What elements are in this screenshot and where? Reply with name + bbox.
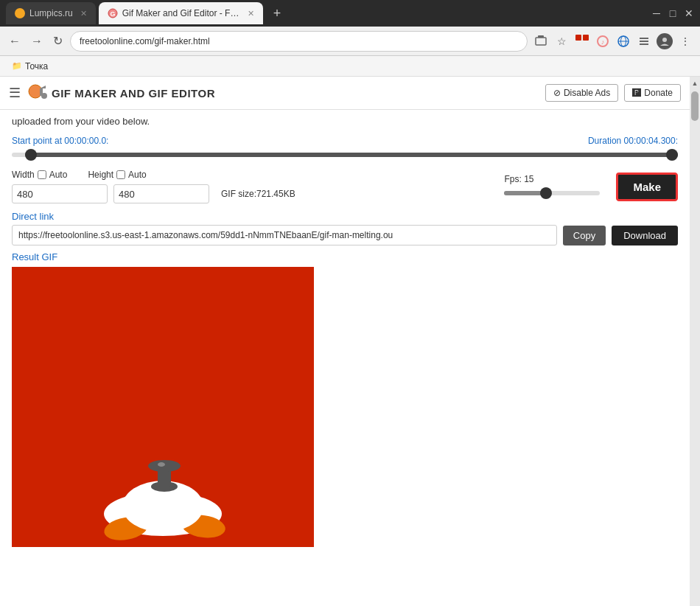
svg-rect-5: [583, 35, 589, 41]
title-bar: Lumpics.ru ✕ G Gif Maker and Gif Editor …: [0, 0, 700, 27]
fps-label: Fps: 15: [504, 174, 607, 184]
nav-bar: ← → ↻ ☆ ♪ ⋮: [0, 27, 700, 56]
tab-gifmaker[interactable]: G Gif Maker and Gif Editor - Free T... ✕: [99, 2, 263, 24]
width-input[interactable]: [12, 184, 108, 203]
bookmark-tochka[interactable]: 📁 Точка: [6, 59, 54, 74]
donate-button[interactable]: 🅿 Donate: [624, 84, 681, 102]
dimension-inputs-row: GIF size:721.45KB: [12, 184, 489, 203]
wh-row: Width Auto Height Auto: [12, 170, 489, 180]
fps-thumb[interactable]: [540, 187, 552, 199]
tab1-close[interactable]: ✕: [80, 9, 87, 18]
screenshot-icon[interactable]: [532, 32, 550, 50]
svg-rect-2: [536, 38, 546, 45]
address-bar[interactable]: [70, 31, 528, 52]
new-tab-button[interactable]: +: [269, 6, 286, 21]
start-thumb[interactable]: [25, 149, 37, 161]
width-group: Width Auto: [12, 170, 67, 180]
copy-button[interactable]: Copy: [563, 226, 606, 245]
forward-button[interactable]: →: [28, 32, 46, 51]
svg-point-14: [662, 38, 667, 42]
slider-fill: [25, 153, 678, 157]
logo-icon: [28, 81, 49, 105]
end-thumb[interactable]: [666, 149, 678, 161]
melting-figure-svg: [52, 400, 273, 547]
height-auto-label: Auto: [128, 170, 147, 180]
back-button[interactable]: ←: [6, 32, 24, 51]
fps-fill: [504, 191, 542, 195]
duration-label: Duration 00:00:04.300:: [588, 136, 678, 146]
scroll-thumb[interactable]: [691, 91, 699, 121]
svg-point-23: [148, 460, 181, 472]
slider-track: [12, 153, 678, 157]
width-label: Width: [12, 170, 35, 180]
start-point-label: Start point at 00:00:00.0:: [12, 136, 108, 146]
timeline-slider-container: [12, 149, 678, 161]
tab1-label: Lumpics.ru: [29, 8, 73, 18]
bookmark-star-icon[interactable]: ☆: [553, 32, 570, 50]
controls-main-row: Width Auto Height Auto: [12, 170, 678, 203]
fps-section: Fps: 15: [504, 174, 607, 199]
make-button[interactable]: Make: [616, 173, 678, 201]
header-buttons: ⊘ Disable Ads 🅿 Donate: [545, 84, 681, 102]
music-icon[interactable]: ♪: [594, 32, 612, 50]
more-options-icon[interactable]: ⋮: [676, 32, 694, 50]
page-content: ☰ GIF MAKER AND GIF EDITOR: [0, 77, 700, 606]
tab2-label: Gif Maker and Gif Editor - Free T...: [122, 8, 240, 18]
height-group: Height Auto: [88, 170, 146, 180]
tab2-favicon: G: [108, 8, 118, 18]
bookmarks-bar: 📁 Точка: [0, 56, 700, 77]
disable-ads-button[interactable]: ⊘ Disable Ads: [545, 84, 618, 102]
width-auto-checkbox[interactable]: [38, 170, 46, 179]
direct-link-input[interactable]: [12, 225, 557, 245]
window-controls: ─ □ ✕: [651, 8, 694, 18]
height-label: Height: [88, 170, 113, 180]
left-controls: Width Auto Height Auto: [12, 170, 489, 203]
tab2-close[interactable]: ✕: [248, 9, 254, 18]
svg-point-16: [41, 93, 47, 99]
donate-icon: 🅿: [632, 88, 641, 98]
height-auto-checkbox[interactable]: [116, 170, 125, 179]
height-input[interactable]: [113, 184, 209, 203]
result-section: Result GIF: [12, 251, 678, 547]
refresh-button[interactable]: ↻: [50, 31, 66, 51]
direct-link-label: Direct link: [12, 211, 678, 222]
svg-rect-4: [575, 35, 581, 41]
profile-avatar[interactable]: [656, 32, 673, 50]
bookmark-label: Точка: [25, 61, 48, 72]
main-content: uploaded from your video below. Start po…: [0, 110, 690, 559]
hamburger-menu[interactable]: ☰: [9, 85, 21, 101]
app-header-left: ☰ GIF MAKER AND GIF EDITOR: [9, 81, 215, 105]
direct-link-section: Direct link Copy Download: [12, 211, 678, 245]
gif-size-label: GIF size:721.45KB: [221, 189, 295, 199]
download-button[interactable]: Download: [612, 226, 678, 245]
result-label: Result GIF: [12, 251, 678, 262]
globe-icon[interactable]: [615, 32, 632, 50]
disable-ads-icon: ⊘: [553, 88, 561, 98]
scrollbar: ▲: [690, 77, 700, 606]
fps-slider-container: [504, 187, 600, 199]
app-header: ☰ GIF MAKER AND GIF EDITOR: [0, 77, 690, 110]
svg-text:G: G: [110, 10, 115, 18]
menu-icon[interactable]: [635, 32, 653, 50]
app-title: GIF MAKER AND GIF EDITOR: [52, 87, 215, 100]
width-auto-label: Auto: [49, 170, 68, 180]
result-gif: [12, 267, 314, 547]
intro-text: uploaded from your video below.: [12, 116, 678, 127]
svg-point-24: [158, 462, 165, 467]
scroll-up-arrow[interactable]: ▲: [690, 78, 700, 88]
app-logo: GIF MAKER AND GIF EDITOR: [28, 81, 215, 105]
nav-icons: ☆ ♪ ⋮: [532, 32, 694, 50]
svg-rect-3: [538, 35, 544, 38]
svg-text:♪: ♪: [601, 38, 605, 46]
tab1-favicon: [15, 8, 25, 18]
minimize-button[interactable]: ─: [651, 8, 662, 18]
close-button[interactable]: ✕: [684, 8, 694, 18]
duration-row: Start point at 00:00:00.0: Duration 00:0…: [12, 136, 678, 146]
tab-lumpics[interactable]: Lumpics.ru ✕: [6, 2, 96, 24]
page-scroll: ☰ GIF MAKER AND GIF EDITOR: [0, 77, 690, 606]
direct-link-row: Copy Download: [12, 225, 678, 245]
fps-track: [504, 191, 600, 195]
account-icon[interactable]: [573, 32, 591, 50]
bookmark-folder-icon: 📁: [12, 61, 22, 71]
maximize-button[interactable]: □: [668, 8, 678, 18]
